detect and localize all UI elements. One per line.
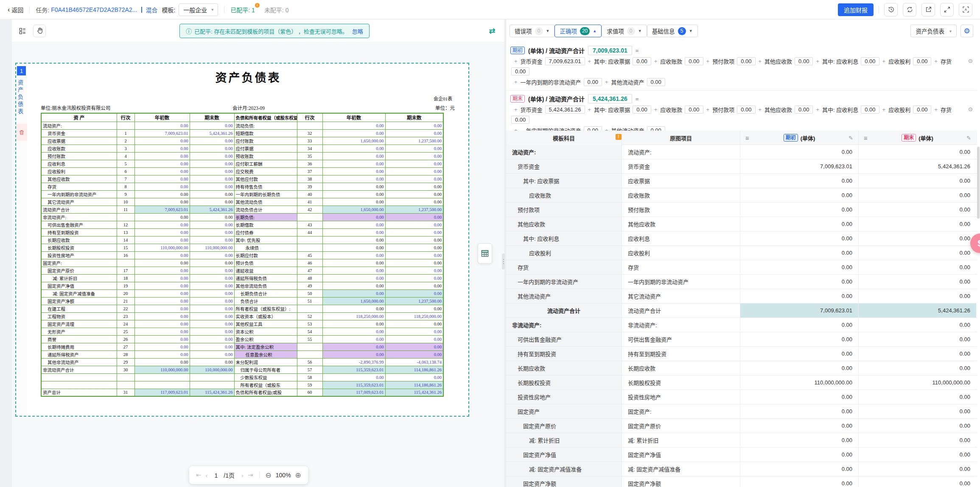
term-value[interactable]: 0.00 [685, 57, 703, 65]
period-end-value-cell[interactable]: 0.00 [859, 145, 976, 159]
template-subject-cell[interactable]: 减: 累计折旧 [506, 433, 622, 447]
template-subject-cell[interactable]: 长期股权投资 [506, 376, 622, 390]
mapping-row[interactable]: 减: 累计折旧减: 累计折旧0.000.00 [506, 433, 977, 448]
prev-page-button[interactable]: ‹ [206, 472, 208, 479]
period-begin-value-cell[interactable]: 0.00 [740, 347, 859, 361]
table-view-button[interactable] [478, 243, 492, 264]
original-item-cell[interactable]: 固定资产: [622, 404, 740, 418]
period-end-value-cell[interactable]: 0.00 [859, 476, 976, 487]
mapping-row[interactable]: 其中: 应收票据应收票据0.000.00 [506, 174, 977, 188]
template-subject-cell[interactable]: 固定资产 [506, 404, 622, 418]
mapping-row[interactable]: 其中: 应收利息应收利息0.000.00 [506, 231, 977, 246]
period-begin-value-cell[interactable]: 0.00 [740, 433, 859, 447]
period-begin-value-cell[interactable]: 0.00 [740, 404, 859, 418]
mapping-row[interactable]: 应收账款应收账款0.000.00 [506, 188, 977, 203]
column-menu-icon[interactable]: ≡ [745, 134, 749, 142]
original-item-cell[interactable]: 应收账款 [622, 188, 740, 202]
period-end-value-cell[interactable]: 0.00 [859, 260, 976, 274]
append-report-button[interactable]: 追加财报 [838, 3, 874, 16]
template-subject-cell[interactable]: 一年内到期的非流动资产 [506, 275, 622, 289]
original-item-cell[interactable]: 流动资产合计 [622, 303, 740, 317]
original-item-cell[interactable]: 长期应收款 [622, 361, 740, 375]
mapping-row[interactable]: 持有至到期投资持有至到期投资0.000.00 [506, 347, 977, 361]
tab-求值项[interactable]: 求值项0▼ [602, 25, 647, 37]
template-subject-cell[interactable]: 持有至到期投资 [506, 347, 622, 361]
period-begin-value-cell[interactable]: 0.00 [740, 260, 859, 274]
mapping-row[interactable]: 固定资产固定资产:0.000.00 [506, 404, 977, 419]
template-select[interactable]: 一般企业 ▾ [179, 3, 218, 16]
mapping-row[interactable]: 货币资金货币资金7,009,623.015,424,361.26 [506, 159, 977, 174]
warning-count-badge[interactable]: ! 4 [616, 134, 622, 140]
template-subject-cell[interactable]: 其中: 应收票据 [506, 174, 622, 188]
tab-正确项[interactable]: 正确项20▲ [554, 25, 602, 37]
tab-错误项[interactable]: 错误项0▼ [510, 25, 554, 37]
term-value[interactable]: 0.00 [861, 57, 879, 65]
template-subject-cell[interactable]: 投资性房地产 [506, 390, 622, 404]
template-subject-cell[interactable]: 应收账款 [506, 188, 622, 202]
template-subject-cell[interactable]: 其他应收款 [506, 217, 622, 231]
mapping-row[interactable]: 可供出售金融资产可供出售金融资产0.000.00 [506, 332, 977, 347]
period-end-value-cell[interactable]: 0.00 [859, 203, 976, 217]
period-begin-value-cell[interactable]: 0.00 [740, 203, 859, 217]
period-end-value-cell[interactable]: 110,000,000.00 [859, 376, 976, 390]
last-page-button[interactable]: ⇥ [248, 471, 253, 479]
mapping-row[interactable]: 减: 固定资产减值准备减: 固定资产减值准备0.000.00 [506, 462, 977, 476]
column-menu-icon[interactable]: ≡ [864, 134, 868, 142]
original-item-cell[interactable]: 预付账款 [622, 203, 740, 217]
ignore-link[interactable]: 忽略 [352, 27, 363, 35]
zoom-in-button[interactable]: ⊕ [295, 471, 301, 480]
period-end-value-cell[interactable]: 0.00 [859, 275, 976, 289]
period-end-value-cell[interactable]: 0.00 [859, 361, 976, 375]
mapping-row[interactable]: 投资性房地产投资性房地产0.000.00 [506, 390, 977, 404]
original-item-cell[interactable]: 货币资金 [622, 159, 740, 173]
term-value[interactable]: 0.00 [685, 106, 703, 114]
term-value[interactable]: 0.00 [913, 106, 931, 114]
period-begin-value-cell[interactable]: 0.00 [740, 231, 859, 245]
ocr-recognize-button[interactable]: A [959, 3, 972, 17]
period-begin-value-cell[interactable]: 0.00 [740, 217, 859, 231]
formula-total-value[interactable]: 5,424,361.26 [588, 94, 632, 103]
back-button[interactable]: ‹ 返回 [8, 6, 23, 14]
term-value[interactable]: 0.00 [584, 126, 602, 131]
period-end-value-cell[interactable]: 5,424,361.26 [859, 303, 976, 317]
period-begin-value-cell[interactable]: 0.00 [740, 174, 859, 188]
period-end-value-cell[interactable]: 0.00 [859, 462, 976, 476]
original-item-cell[interactable]: 存货 [622, 260, 740, 274]
mapping-row[interactable]: 应收股利应收股利0.000.00 [506, 246, 977, 260]
term-value[interactable]: 0.00 [647, 78, 665, 86]
original-item-cell[interactable]: 其它流动资产 [622, 289, 740, 303]
original-item-cell[interactable]: 流动资产: [622, 145, 740, 159]
period-end-value-cell[interactable]: 0.00 [859, 404, 976, 418]
original-item-cell[interactable]: 非流动资产: [622, 318, 740, 332]
rematch-button[interactable]: ⇄ [486, 25, 498, 37]
period-begin-value-cell[interactable]: 0.00 [740, 419, 859, 433]
period-end-value-cell[interactable]: 0.00 [859, 433, 976, 447]
period-end-value-cell[interactable]: 0.00 [859, 318, 976, 332]
thumbnail-panel-button[interactable] [16, 25, 29, 37]
tab-基础信息[interactable]: 基础信息5▼ [647, 25, 698, 37]
period-end-value-cell[interactable]: 0.00 [859, 448, 976, 462]
period-begin-value-cell[interactable]: 0.00 [740, 145, 859, 159]
mapping-row[interactable]: 其他应收款其他应收款0.000.00 [506, 217, 977, 231]
period-begin-value-cell[interactable]: 0.00 [740, 289, 859, 303]
mapping-row[interactable]: 固定资产原价固定资产原价0.000.00 [506, 419, 977, 433]
eye-icon[interactable]: ⊙ [968, 58, 973, 64]
period-end-value-cell[interactable]: 0.00 [859, 174, 976, 188]
period-end-value-cell[interactable]: 0.00 [859, 347, 976, 361]
refresh-button[interactable] [903, 3, 916, 17]
period-begin-value-cell[interactable]: 0.00 [740, 246, 859, 260]
eye-icon[interactable]: ⊙ [968, 106, 973, 112]
period-begin-value-cell[interactable]: 7,009,623.01 [740, 159, 859, 173]
term-value[interactable]: 0.00 [737, 106, 755, 114]
template-subject-cell[interactable]: 流动资产: [506, 145, 622, 159]
scrollbar-thumb[interactable] [977, 147, 980, 219]
template-subject-cell[interactable]: 长期应收款 [506, 361, 622, 375]
mapping-row[interactable]: 长期应收款长期应收款0.000.00 [506, 361, 977, 376]
period-begin-value-cell[interactable]: 0.00 [740, 390, 859, 404]
term-value[interactable]: 0.00 [511, 67, 529, 75]
mapping-row[interactable]: 流动资产合计流动资产合计7,009,623.015,424,361.26 [506, 303, 977, 318]
term-value[interactable]: 0.00 [737, 57, 755, 65]
template-subject-cell[interactable]: 减: 固定资产减值准备 [506, 462, 622, 476]
period-begin-value-cell[interactable]: 110,000,000.00 [740, 376, 859, 390]
original-item-cell[interactable]: 其他应收款 [622, 217, 740, 231]
